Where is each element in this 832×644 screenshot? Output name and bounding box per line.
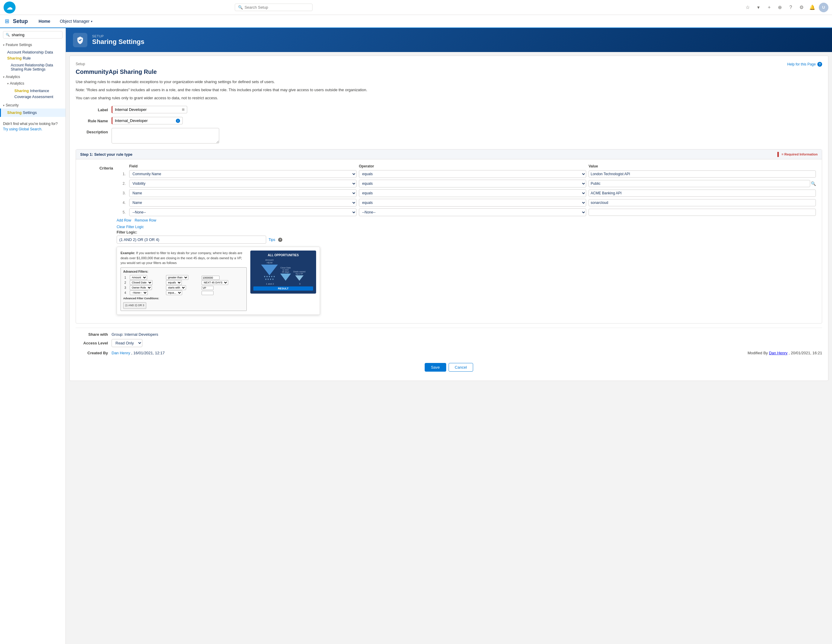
sidebar-item-sharing-settings[interactable]: Sharing Settings [0,109,66,117]
sharing-highlight-3: Sharing [14,88,29,93]
dropdown-icon[interactable]: ▾ [754,3,763,12]
adv-val-2: NEXT 45 DAYS [202,280,244,285]
label-input[interactable] [115,107,181,112]
operator-select-1[interactable]: equals [359,170,586,178]
value-input-4[interactable] [589,199,816,206]
adv-op-select-4[interactable]: equa... [166,290,182,295]
tips-link[interactable]: Tips [269,238,275,242]
sidebar-item-account-sharing-rule-settings[interactable]: Account Relationship Data Sharing Rule S… [0,62,66,72]
description-textarea[interactable] [112,128,219,144]
criteria-row-5: 5. --None-- --None-- [117,208,817,216]
search-input[interactable] [245,5,309,10]
help-circle-icon: ? [818,62,822,67]
info-icon[interactable]: i [176,119,180,123]
funnel-item-closedate: Close Dateis next45 days [280,267,291,281]
adv-op-select-2[interactable]: equals [166,280,182,285]
global-search-link[interactable]: Try using Global Search. [3,127,42,131]
updates-icon[interactable]: ⊕ [776,3,784,12]
search-icon: 🔍 [238,5,243,10]
adv-op-select-1[interactable]: greater than [166,275,189,280]
rule-name-input-box[interactable]: i [112,117,183,125]
description-field-label: Description [76,128,112,134]
save-button[interactable]: Save [425,363,446,372]
adv-field-2: Closed Date [130,280,166,285]
remove-row-link[interactable]: Remove Row [134,218,156,222]
search-bar[interactable]: 🔍 [235,3,312,11]
created-by-link[interactable]: Dan Henry [112,351,130,355]
criteria-row-container: Criteria Field Operator Value 1 [81,164,817,315]
funnel-item-vp: Deals ownedby a VP [293,270,306,281]
add-row-link[interactable]: Add Row [117,218,131,222]
sidebar-item-sharing-inheritance[interactable]: Sharing Inheritance Coverage Assessment [0,87,66,101]
row-num-3: 3. [118,191,127,195]
help-icon[interactable]: ? [787,3,795,12]
help-link[interactable]: Help for this Page ? [787,62,822,67]
lookup-icon-2[interactable]: 🔍 [811,181,816,186]
user-avatar[interactable]: U [819,3,829,12]
notification-icon[interactable]: 🔔 [808,3,816,12]
criteria-row-1: 1. Community Name equals [117,170,817,178]
value-input-5[interactable] [589,209,816,216]
clear-filter-link[interactable]: Clear Filter Logic [117,225,817,229]
main-content: Setup Help for this Page ? CommunityApi … [69,56,829,381]
field-select-5[interactable]: --None-- [129,208,357,216]
adv-op-select-3[interactable]: starts with [166,285,186,290]
funnel-label-vp: Deals ownedby a VP [293,270,306,275]
sidebar-section-analytics-header[interactable]: ▾ Analytics [0,74,66,80]
table-row: 4 --None-- equa... [123,290,244,296]
meta-left: Created By Dan Henry , 16/01/2021, 12:17 [76,351,165,357]
add-icon[interactable]: ＋ [765,3,773,12]
salesforce-logo[interactable]: ☁ [3,2,16,13]
field-select-2[interactable]: Visibility [129,180,357,187]
cancel-button[interactable]: Cancel [449,363,473,372]
adv-field-select-2[interactable]: Closed Date [130,280,152,285]
adv-field-4: --None-- [130,290,166,296]
adv-val-input-1[interactable] [202,276,219,280]
access-level-select[interactable]: Read Only Read/Write [112,339,142,347]
star-icon[interactable]: ☆ [744,3,752,12]
adv-val-input-3[interactable] [202,286,214,290]
sharing-highlight-4: Sharing [7,110,22,115]
share-with-value: Group: Internal Developers [112,332,158,337]
sidebar-search-input[interactable] [12,33,60,37]
adv-val-select-2[interactable]: NEXT 45 DAYS [202,280,228,285]
adv-field-select-1[interactable]: Amount [130,275,147,280]
funnel-dots-1: ▼▼▼▼▼▼▼▼▼ [264,275,275,281]
required-indicator: ▌ [777,152,780,157]
modified-by-link[interactable]: Dan Henry [769,351,787,355]
operator-select-2[interactable]: equals [359,180,586,187]
adv-val-input-4[interactable] [202,291,214,295]
sidebar-search-box[interactable]: 🔍 [3,31,62,38]
field-select-1[interactable]: Community Name [129,170,357,178]
sidebar-section-analytics-child-header[interactable]: ▾ Analytics [0,80,66,87]
criteria-row-4: 4. Name equals [117,199,817,206]
operator-select-5[interactable]: --None-- [359,208,586,216]
value-input-1[interactable] [589,170,816,177]
sharing-highlight-1: Sharing [7,56,22,61]
adv-op-1: greater than [166,275,202,280]
adv-op-2: equals [166,280,202,285]
field-select-3[interactable]: Name [129,189,357,197]
field-select-4[interactable]: Name [129,199,357,206]
sidebar-section-security-header[interactable]: ▾ Security [0,102,66,109]
operator-select-4[interactable]: equals [359,199,586,206]
grid-icon[interactable]: ⊞ [5,18,9,24]
sidebar-section-feature-settings: ▾ Feature Settings Account Relationship … [0,42,66,72]
share-with-row: Share with Group: Internal Developers [76,332,822,337]
sidebar-section-feature-settings-header[interactable]: ▾ Feature Settings [0,42,66,48]
label-input-box[interactable]: ⊞ [112,106,187,113]
step1-section-header: Step 1: Select your rule type ▌ = Requir… [76,150,822,159]
adv-field-select-4[interactable]: --None-- [130,290,148,295]
operator-select-3[interactable]: equals [359,189,586,197]
value-input-2[interactable] [589,180,810,187]
tab-object-manager[interactable]: Object Manager ▾ [55,15,97,28]
settings-icon[interactable]: ⚙ [797,3,806,12]
funnel-num-3: 3 [299,283,300,285]
value-input-3[interactable] [589,190,816,197]
rule-name-input[interactable] [115,118,174,123]
adv-field-select-3[interactable]: Owner Role [130,285,152,290]
sidebar-item-account-sharing-rule[interactable]: Account Relationship Data Sharing Rule [0,48,66,62]
label-row: Label ⊞ [76,106,822,113]
filter-logic-input[interactable] [117,236,266,244]
tab-home[interactable]: Home [34,15,55,28]
